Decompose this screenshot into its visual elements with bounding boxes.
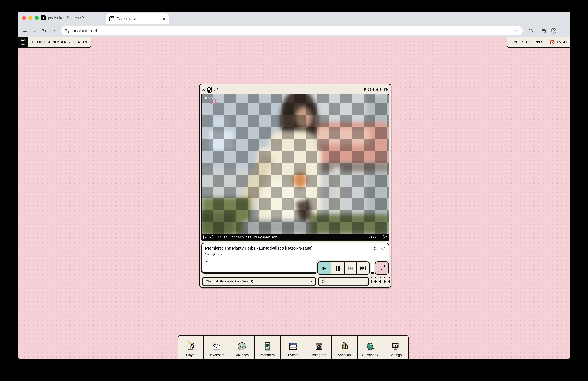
palm-favicon-icon <box>109 16 114 22</box>
dock-item-player[interactable]: Player <box>178 336 204 359</box>
volume-control[interactable] <box>318 277 369 285</box>
tab-title: poolsuite - Search / X <box>48 16 97 20</box>
datetime-widget: SUN 12 APR 1997 15:41 <box>506 37 570 48</box>
back-icon[interactable]: ← <box>21 26 29 35</box>
volume-dither-pattern <box>371 277 391 285</box>
traffic-lights <box>22 16 39 20</box>
dock-label: Members <box>261 353 275 357</box>
url-text[interactable]: poolsuite.net <box>73 28 512 33</box>
dock-item-vacation[interactable]: Vacation <box>332 336 357 359</box>
cd-icon <box>237 341 248 352</box>
playing-status-icon: ▶ <box>206 260 208 263</box>
palm-tree-icon <box>18 37 28 47</box>
member-card-icon <box>262 341 273 352</box>
minimize-window-icon[interactable] <box>28 16 32 20</box>
dock-item-settings[interactable]: Settings <box>383 336 408 359</box>
become-member-button[interactable]: BECOME A MEMBER / LOG IN <box>18 37 91 48</box>
track-divider <box>205 258 385 258</box>
dock-label: Mixtapes <box>235 353 249 357</box>
loading-dots: ... <box>206 263 209 267</box>
martini-note-icon <box>185 341 196 352</box>
bottom-dock: Player Newsroom Mixtapes Members Events <box>178 335 409 359</box>
dock-item-guestbook[interactable]: Guestbook <box>357 336 383 359</box>
browser-toolbar: ← → ↻ ⌂ poolsuite.net ☆ ⋮ <box>18 24 570 37</box>
poolsuite-wordmark: POOLSUITE <box>364 86 389 93</box>
tab-title: Poolsuite ✳ <box>117 17 160 21</box>
video-box: POOL TV ◀ ▶ Gloria_Vanderbuilt_Playwear.… <box>201 94 389 241</box>
dock-label: Settings <box>390 353 402 357</box>
site-settings-icon[interactable] <box>65 28 70 33</box>
previous-track-button[interactable] <box>345 262 357 274</box>
new-tab-button[interactable]: + <box>172 14 176 22</box>
member-button-label: BECOME A MEMBER / LOG IN <box>28 37 91 47</box>
book-icon <box>365 341 376 352</box>
poolsuite-page: BECOME A MEMBER / LOG IN SUN 12 APR 1997… <box>18 37 570 359</box>
retro-camera-icon <box>313 341 324 352</box>
tab-strip: X poolsuite - Search / X Poolsuite ✳ × + <box>18 12 570 24</box>
prev-video-button[interactable]: ◀ <box>203 235 207 239</box>
resize-window-icon[interactable] <box>214 88 218 91</box>
close-tab-icon[interactable]: × <box>162 16 166 22</box>
close-window-icon[interactable] <box>22 16 26 20</box>
pool-tv-watermark: POOL TV <box>205 97 216 100</box>
screenshot-stage: X poolsuite - Search / X Poolsuite ✳ × +… <box>0 0 588 381</box>
dock-label: Newsroom <box>208 353 224 357</box>
pool-tv-toggle-icon[interactable] <box>207 87 212 93</box>
profile-avatar-icon[interactable] <box>549 26 558 35</box>
player-window: × POOLSUITE <box>199 84 392 288</box>
dock-item-instagram[interactable]: Instagram <box>306 336 332 359</box>
monitor-settings-icon <box>390 341 401 352</box>
toolbar-divider <box>537 28 537 34</box>
bookmark-star-icon[interactable]: ☆ <box>515 28 519 34</box>
share-link-icon[interactable] <box>372 246 378 251</box>
dock-item-mixtapes[interactable]: Mixtapes <box>230 336 255 359</box>
next-video-button[interactable]: ▶ <box>209 235 213 239</box>
favorite-heart-icon[interactable]: ♡ <box>380 246 386 251</box>
player-titlebar: × POOLSUITE <box>201 86 389 93</box>
video-filename: Gloria_Vanderbuilt_Playwear.avi <box>215 235 365 239</box>
forward-icon[interactable]: → <box>30 26 39 35</box>
track-title: Premiere: The Planty Herbs - Errbodydisc… <box>205 246 313 250</box>
music-note-plus-icon: ♪++ <box>380 265 383 271</box>
dock-item-events[interactable]: Events <box>281 336 306 359</box>
tab-x-search[interactable]: X poolsuite - Search / X <box>37 12 100 24</box>
x-logo-icon: X <box>41 15 46 21</box>
next-track-button[interactable] <box>357 262 369 274</box>
sunscreen-icon <box>339 341 350 352</box>
browser-menu-icon[interactable]: ⋮ <box>559 26 567 35</box>
video-dither-overlay <box>202 94 389 234</box>
clock-icon <box>550 40 555 45</box>
reload-icon[interactable]: ↻ <box>40 26 48 35</box>
dock-item-members[interactable]: Members <box>255 336 281 359</box>
add-track-button[interactable]: ♪++ <box>375 261 389 275</box>
channel-selected-label: Channel: Poolsuite FM (Default) <box>206 279 310 283</box>
tab-poolsuite[interactable]: Poolsuite ✳ × <box>106 13 169 24</box>
next-icon <box>360 266 366 270</box>
dock-label: Player <box>186 353 196 357</box>
dock-item-newsroom[interactable]: Newsroom <box>204 336 230 359</box>
play-icon: ▶ <box>322 265 326 271</box>
expand-video-icon[interactable] <box>383 235 387 239</box>
media-controls-icon[interactable] <box>540 26 548 35</box>
close-player-icon[interactable]: × <box>202 87 205 92</box>
time-cell: 15:41 <box>546 37 570 47</box>
date-label: SUN 12 APR 1997 <box>507 37 546 47</box>
play-button[interactable]: ▶ <box>318 262 331 274</box>
browser-window: X poolsuite - Search / X Poolsuite ✳ × +… <box>18 12 570 359</box>
dock-label: Guestbook <box>362 353 378 357</box>
channel-select[interactable]: Channel: Poolsuite FM (Default) ▼ <box>202 277 316 285</box>
pause-icon <box>336 266 340 271</box>
video-resolution: 591x455 <box>366 235 381 239</box>
pause-button[interactable] <box>331 262 345 274</box>
track-artist: YoungOnes <box>205 252 222 256</box>
envelope-news-icon <box>211 341 222 352</box>
transport-controls: ▶ <box>317 261 370 275</box>
calendar-icon <box>288 341 299 352</box>
dock-label: Vacation <box>338 353 351 357</box>
home-icon[interactable]: ⌂ <box>49 26 58 35</box>
address-bar[interactable]: poolsuite.net ☆ <box>61 26 523 35</box>
video-filebar: ◀ ▶ Gloria_Vanderbuilt_Playwear.avi 591x… <box>202 234 389 240</box>
player-bottom-row: Channel: Poolsuite FM (Default) ▼ <box>202 277 391 285</box>
extensions-icon[interactable] <box>526 26 534 35</box>
video-frame[interactable]: POOL TV <box>202 94 389 234</box>
